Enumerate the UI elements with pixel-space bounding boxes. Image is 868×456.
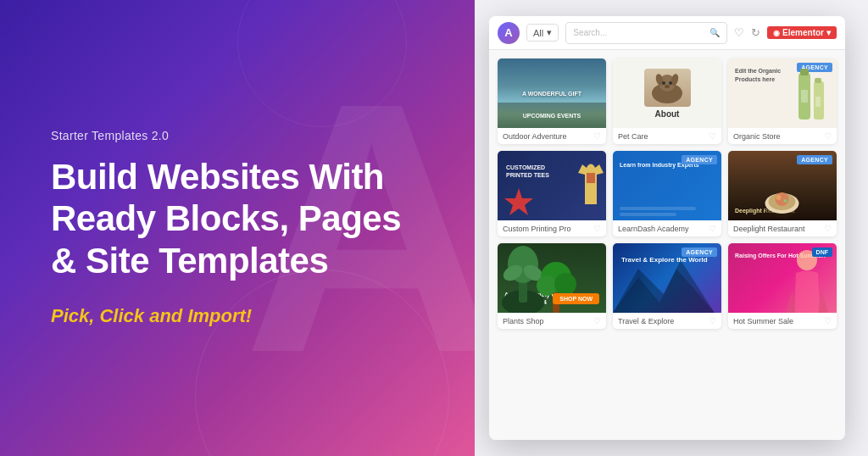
template-card-organic-store[interactable]: AGENCY Edit the OrganicProducts here: [728, 58, 837, 144]
svg-rect-12: [815, 97, 821, 107]
template-card-travel[interactable]: AGENCY Travel & Explore ♡: [613, 243, 721, 329]
template-label-summer: Hot Summer Sale ♡: [728, 313, 837, 329]
template-name-petcare: Pet Care: [618, 132, 648, 141]
tagline: Pick, Click and Import!: [51, 305, 432, 327]
thumb-restaurant: AGENCY: [728, 151, 837, 220]
app-logo: A: [498, 22, 520, 44]
svg-rect-11: [801, 90, 808, 103]
search-icon: 🔍: [709, 28, 720, 37]
organic-bottles-svg: [773, 64, 832, 128]
svg-point-6: [665, 85, 670, 88]
template-label-petcare: Pet Care ♡: [613, 128, 721, 144]
printing-logo-svg: [502, 186, 536, 216]
template-label-travel: Travel & Explore ♡: [613, 313, 721, 329]
svg-point-4: [662, 81, 665, 85]
thumb-plants: SHOP NOW: [498, 243, 606, 313]
template-name-printing: Custom Printing Pro: [503, 225, 571, 233]
subtitle: Starter Templates 2.0: [51, 129, 432, 142]
template-card-outdoor-adventure[interactable]: UPCOMING EVENTS Outdoor Adventure ♡: [498, 58, 606, 144]
template-name-summer: Hot Summer Sale: [733, 317, 793, 325]
plants-cta: SHOP NOW: [553, 293, 599, 304]
agency-badge-learndash: AGENCY: [682, 155, 717, 164]
right-panel: A All ▾ Search... 🔍 ♡ ↻ ◉ Elementor ▾: [475, 0, 868, 456]
heart-icon[interactable]: ♡: [734, 26, 744, 39]
heart-icon-organic[interactable]: ♡: [824, 131, 832, 141]
svg-point-18: [776, 195, 782, 200]
heart-icon-travel[interactable]: ♡: [709, 316, 716, 325]
template-card-summer[interactable]: DNF Hot Summer Sale ♡: [728, 243, 837, 329]
summer-badge: DNF: [812, 247, 832, 257]
template-card-learndash[interactable]: AGENCY LearnDash Academy ♡: [613, 151, 721, 236]
thumb-petcare: About: [613, 58, 721, 128]
heart-icon-learndash[interactable]: ♡: [709, 224, 716, 233]
template-card-restaurant[interactable]: AGENCY Deeplight Restaur: [728, 151, 837, 236]
food-svg: [760, 174, 806, 220]
thumb-learndash: AGENCY: [613, 151, 721, 220]
svg-point-28: [554, 273, 576, 295]
template-card-pet-care[interactable]: About Pet Care ♡: [613, 58, 721, 144]
filter-label: All: [533, 28, 543, 38]
template-name-learndash: LearnDash Academy: [618, 225, 689, 233]
template-name-travel: Travel & Explore: [618, 317, 674, 325]
svg-rect-10: [815, 78, 821, 83]
template-label-organic: Organic Store ♡: [728, 128, 837, 144]
svg-point-5: [669, 81, 672, 85]
heart-icon-plants[interactable]: ♡: [593, 316, 601, 325]
dog-svg: [646, 70, 688, 105]
tshirt-svg: [578, 158, 604, 207]
headline: Build Websites WithReady Blocks, Pages& …: [51, 156, 432, 282]
agency-badge-restaurant: AGENCY: [797, 155, 832, 164]
left-panel: A Starter Templates 2.0 Build Websites W…: [0, 0, 475, 456]
outdoor-upcoming: UPCOMING EVENTS: [498, 103, 606, 128]
thumb-travel: AGENCY: [613, 243, 721, 313]
template-grid: UPCOMING EVENTS Outdoor Adventure ♡: [498, 58, 837, 329]
browser-toolbar: A All ▾ Search... 🔍 ♡ ↻ ◉ Elementor ▾: [489, 16, 845, 50]
elementor-label: Elementor: [782, 28, 824, 37]
petcare-dog-image: [644, 69, 691, 107]
template-name-plants: Plants Shop: [503, 317, 544, 325]
template-label-restaurant: Deeplight Restaurant ♡: [728, 220, 837, 236]
heart-icon-printing[interactable]: ♡: [593, 224, 601, 233]
thumb-printing: [498, 151, 606, 220]
template-label-plants: Plants Shop ♡: [498, 313, 606, 329]
search-placeholder: Search...: [573, 28, 607, 37]
svg-marker-13: [504, 188, 533, 215]
travel-svg: [613, 243, 715, 313]
template-label-outdoor: Outdoor Adventure ♡: [498, 128, 606, 144]
template-label-printing: Custom Printing Pro ♡: [498, 220, 606, 236]
deco-circle-1: [195, 270, 449, 456]
petcare-about-text: About: [655, 109, 680, 119]
thumb-outdoor: UPCOMING EVENTS: [498, 58, 606, 128]
learndash-bottom: [620, 207, 715, 216]
filter-chevron-icon: ▾: [547, 27, 552, 38]
template-name-outdoor: Outdoor Adventure: [503, 132, 567, 141]
template-label-learndash: LearnDash Academy ♡: [613, 220, 721, 236]
refresh-icon[interactable]: ↻: [751, 26, 760, 39]
elementor-badge[interactable]: ◉ Elementor ▾: [767, 26, 837, 39]
deco-circle-2: [237, 0, 407, 127]
heart-icon-summer[interactable]: ♡: [824, 316, 832, 325]
elementor-icon: ◉: [773, 29, 780, 37]
browser-window: A All ▾ Search... 🔍 ♡ ↻ ◉ Elementor ▾: [489, 16, 845, 440]
organic-text: Edit the OrganicProducts here: [735, 67, 781, 84]
heart-icon-outdoor[interactable]: ♡: [593, 131, 601, 141]
template-card-printing[interactable]: Custom Printing Pro ♡: [498, 151, 606, 236]
svg-point-19: [784, 199, 787, 203]
toolbar-icons: ♡ ↻: [734, 26, 760, 39]
thumb-organic: AGENCY Edit the OrganicProducts here: [728, 58, 837, 128]
heart-icon-petcare[interactable]: ♡: [709, 131, 716, 141]
printing-tee: [578, 158, 599, 204]
template-card-plants[interactable]: SHOP NOW Plants Shop ♡: [498, 243, 606, 329]
logo-letter: A: [504, 26, 512, 39]
heart-icon-restaurant[interactable]: ♡: [824, 224, 832, 233]
filter-dropdown[interactable]: All ▾: [526, 24, 559, 42]
template-grid-container: UPCOMING EVENTS Outdoor Adventure ♡: [489, 50, 845, 440]
template-name-restaurant: Deeplight Restaurant: [733, 225, 805, 233]
template-name-organic: Organic Store: [733, 132, 781, 141]
search-box[interactable]: Search... 🔍: [565, 22, 727, 44]
elementor-chevron-icon: ▾: [826, 28, 831, 37]
thumb-summer: DNF: [728, 243, 837, 313]
svg-rect-9: [800, 69, 809, 75]
